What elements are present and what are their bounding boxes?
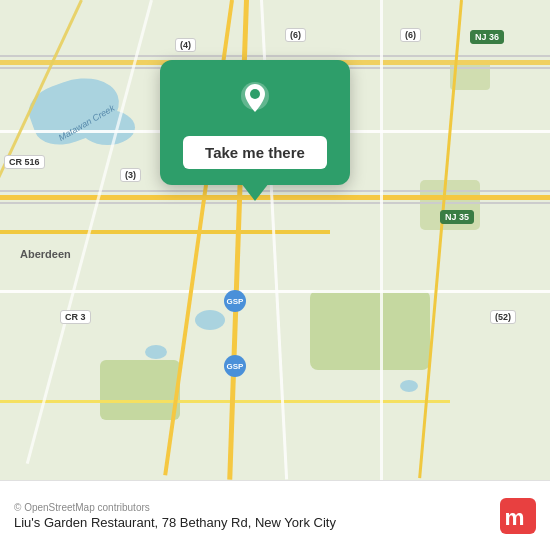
place-label-aberdeen: Aberdeen — [20, 248, 71, 260]
road-label-cr516: CR 516 — [4, 155, 45, 169]
gsp-label-2: GSP — [224, 355, 246, 377]
svg-text:m: m — [505, 505, 525, 530]
take-me-there-button[interactable]: Take me there — [183, 136, 327, 169]
moovit-logo: m — [500, 498, 536, 534]
restaurant-location-text: Liu's Garden Restaurant, 78 Bethany Rd, … — [14, 515, 336, 530]
location-info: © OpenStreetMap contributors Liu's Garde… — [14, 502, 336, 530]
road-label-6b: (6) — [400, 28, 421, 42]
road-label-4: (4) — [175, 38, 196, 52]
road-label-cr3: CR 3 — [60, 310, 91, 324]
road-label-52: (52) — [490, 310, 516, 324]
road-label-3: (3) — [120, 168, 141, 182]
svg-point-1 — [250, 89, 260, 99]
road-label-nj35: NJ 35 — [440, 210, 474, 224]
map-view: Matawan Creek Aberdeen (4) (6) (6) NJ 36… — [0, 0, 550, 480]
gsp-label-1: GSP — [224, 290, 246, 312]
road-label-6a: (6) — [285, 28, 306, 42]
road-label-nj36: NJ 36 — [470, 30, 504, 44]
location-pin-icon — [233, 78, 277, 122]
moovit-logo-icon: m — [500, 498, 536, 534]
location-popup: Take me there — [160, 60, 350, 185]
bottom-bar: © OpenStreetMap contributors Liu's Garde… — [0, 480, 550, 550]
copyright-text: © OpenStreetMap contributors — [14, 502, 336, 513]
